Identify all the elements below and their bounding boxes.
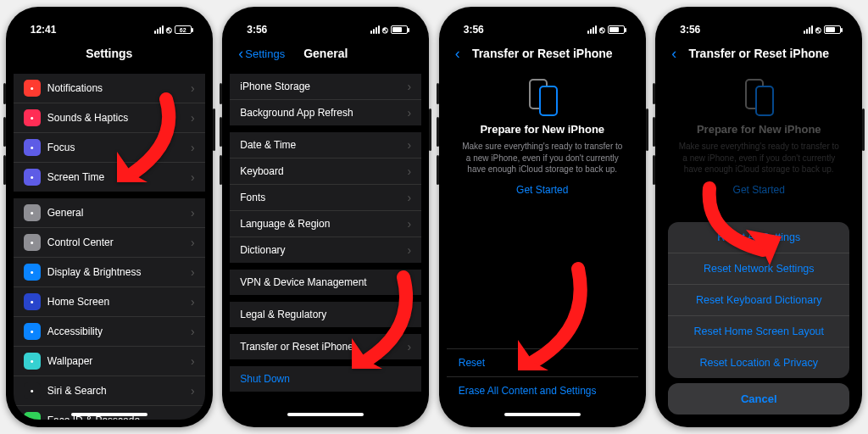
settings-row[interactable]: •Display & Brightness› [14, 258, 205, 287]
page-title: Settings [86, 47, 132, 60]
chevron-right-icon: › [191, 325, 195, 338]
gear-icon: • [24, 204, 41, 221]
chevron-right-icon: › [191, 354, 195, 368]
chevron-right-icon: › [408, 164, 412, 178]
chevron-right-icon: › [408, 217, 412, 231]
get-started-button[interactable]: Get Started [516, 184, 568, 196]
row-label: Keyboard [240, 165, 283, 177]
bell-icon: • [24, 80, 41, 97]
sheet-option[interactable]: Reset Home Screen Layout [668, 316, 849, 348]
chevron-right-icon: › [408, 275, 412, 289]
row-label: General [47, 207, 84, 219]
phone-general: 3:56 ⎋ ‹Settings General iPhone Storage›… [222, 7, 429, 427]
settings-row[interactable]: VPN & Device Management› [230, 270, 421, 295]
moon-icon: • [24, 139, 41, 156]
flower-icon: • [24, 353, 41, 370]
hero-title: Prepare for New iPhone [460, 123, 625, 136]
navbar: ‹ Transfer or Reset iPhone [663, 40, 854, 67]
cellular-icon [370, 25, 380, 34]
chevron-right-icon: › [408, 243, 412, 257]
sheet-option[interactable]: Reset All Settings [668, 222, 849, 253]
chevron-right-icon: › [408, 340, 412, 353]
sheet-option[interactable]: Reset Keyboard Dictionary [668, 285, 849, 316]
page-title: General [303, 47, 348, 60]
row-label: Wallpaper [47, 355, 93, 367]
settings-row[interactable]: Legal & Regulatory› [230, 302, 421, 327]
chevron-right-icon: › [191, 236, 195, 249]
status-time: 3:56 [464, 24, 484, 36]
home-indicator[interactable] [71, 413, 147, 416]
settings-row[interactable]: •Control Center› [14, 228, 205, 258]
navbar: ‹Settings General [230, 40, 421, 67]
settings-row[interactable]: Language & Region› [230, 211, 421, 237]
chevron-left-icon: ‹ [238, 46, 243, 61]
chevron-left-icon: ‹ [455, 46, 460, 61]
settings-row[interactable]: •Focus› [14, 133, 205, 163]
switches-icon: • [24, 234, 41, 251]
cancel-button[interactable]: Cancel [668, 383, 849, 415]
row-label: Screen Time [47, 171, 104, 183]
row-label: Sounds & Haptics [47, 112, 128, 124]
chevron-left-icon: ‹ [671, 46, 676, 61]
chevron-right-icon: › [408, 308, 412, 321]
status-time: 3:56 [247, 24, 267, 36]
battery-icon: 62 [175, 25, 192, 34]
settings-row[interactable]: Background App Refresh› [230, 100, 421, 125]
settings-row[interactable]: •Wallpaper› [14, 347, 205, 376]
back-button[interactable]: ‹Settings [238, 46, 285, 61]
settings-row[interactable]: •Home Screen› [14, 287, 205, 317]
chevron-right-icon: › [191, 170, 195, 184]
row-label: iPhone Storage [240, 81, 310, 92]
sheet-option[interactable]: Reset Network Settings [668, 253, 849, 285]
status-time: 3:56 [680, 24, 700, 36]
row-label: VPN & Device Management [240, 276, 366, 288]
erase-all-button[interactable]: Erase All Content and Settings [447, 376, 638, 404]
wifi-icon: ⎋ [166, 25, 172, 35]
chevron-right-icon: › [191, 81, 195, 95]
cellular-icon [587, 25, 597, 34]
back-button[interactable]: ‹ [455, 46, 460, 61]
speaker-icon: • [24, 109, 41, 126]
settings-row[interactable]: •Notifications› [14, 74, 205, 103]
cellular-icon [804, 25, 813, 34]
faceid-icon: • [24, 412, 41, 420]
shutdown-button[interactable]: Shut Down [230, 366, 421, 392]
reset-button[interactable]: Reset [447, 348, 638, 376]
get-started-button[interactable]: Get Started [733, 184, 785, 196]
wifi-icon: ⎋ [382, 25, 388, 35]
settings-row[interactable]: •Sounds & Haptics› [14, 103, 205, 133]
sheet-option[interactable]: Reset Location & Privacy [668, 348, 849, 378]
chevron-right-icon: › [408, 138, 412, 152]
chevron-right-icon: › [191, 414, 195, 420]
battery-icon [608, 25, 625, 34]
settings-row[interactable]: •Screen Time› [14, 163, 205, 192]
row-label: Accessibility [47, 326, 103, 337]
chevron-right-icon: › [408, 80, 412, 93]
grid-icon: • [24, 293, 41, 310]
row-label: Dictionary [240, 244, 285, 256]
row-label: Control Center [47, 236, 114, 248]
chevron-right-icon: › [191, 265, 195, 279]
settings-row[interactable]: Keyboard› [230, 159, 421, 185]
settings-row[interactable]: Transfer or Reset iPhone› [230, 334, 421, 359]
chevron-right-icon: › [408, 191, 412, 204]
battery-icon [391, 25, 408, 34]
settings-row[interactable]: •General› [14, 198, 205, 228]
home-indicator[interactable] [287, 413, 364, 416]
settings-row[interactable]: Date & Time› [230, 132, 421, 159]
row-label: Siri & Search [47, 385, 107, 397]
status-time: 12:41 [31, 24, 57, 36]
row-label: Background App Refresh [240, 107, 353, 119]
settings-row[interactable]: •Siri & Search› [14, 376, 205, 406]
settings-row[interactable]: Dictionary› [230, 237, 421, 263]
phone-reset-sheet: 3:56 ⎋ ‹ Transfer or Reset iPhone Prepar… [655, 7, 862, 427]
settings-row[interactable]: Fonts› [230, 185, 421, 211]
phones-icon [524, 79, 561, 116]
person-icon: • [24, 323, 41, 340]
back-button[interactable]: ‹ [671, 46, 676, 61]
settings-row[interactable]: •Accessibility› [14, 317, 205, 347]
row-label: Display & Brightness [47, 266, 142, 278]
home-indicator[interactable] [504, 413, 581, 416]
settings-row[interactable]: iPhone Storage› [230, 74, 421, 100]
row-label: Transfer or Reset iPhone [240, 341, 353, 353]
